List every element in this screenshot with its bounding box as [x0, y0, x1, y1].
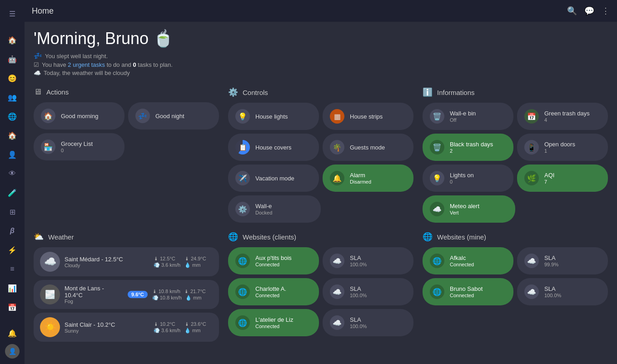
task-icon: ☑: [34, 61, 39, 68]
globe-mine-icon: 🌐: [423, 232, 433, 242]
sla-clients-1-title: SLA: [350, 254, 406, 261]
house-covers-card[interactable]: 📋 House covers: [228, 134, 319, 161]
black-trash-card[interactable]: 🗑️ Black trash days 2: [423, 134, 513, 161]
house-strips-text: House strips: [350, 113, 406, 120]
sleep-icon: 💤: [34, 52, 42, 60]
weather-icon-1: 🌫️: [40, 284, 60, 304]
weather-badge-1: 9.6°C: [128, 291, 148, 298]
weather-item-1[interactable]: 🌫️ Mont de Lans - 10.4°C Fog 9.6°C 🌡10.8…: [34, 280, 219, 309]
sidebar-globe[interactable]: 🌐: [4, 108, 20, 125]
globe-clients-icon: 🌐: [228, 232, 238, 242]
sla-mine-1-card[interactable]: ☁️ SLA 99.9%: [517, 247, 608, 274]
alarm-card[interactable]: 🔔 Alarm Disarmed: [323, 165, 413, 192]
urgent-tasks-link[interactable]: 2 urgent tasks: [68, 61, 105, 68]
weather-item-0[interactable]: ☁️ Saint Médard - 12.5°C Cloudy 🌡12.5°C …: [34, 247, 219, 276]
meteo-text: Meteo alert Vert: [450, 203, 508, 215]
sidebar-home[interactable]: 🏠: [4, 32, 20, 48]
atelier-liz-text: L'atelier de Liz Connected: [255, 316, 312, 329]
websites-mine-label: Websites (mine): [437, 233, 486, 241]
weather-item-2[interactable]: ☀️ Saint Clair - 10.2°C Sunny 🌡10.2°C 🌡2…: [34, 313, 219, 342]
sidebar-person[interactable]: 👤: [4, 146, 20, 163]
sla-mine-2-card[interactable]: ☁️ SLA 100.0%: [517, 278, 608, 305]
grocery-list-card[interactable]: 🏪 Grocery List 0: [34, 133, 124, 160]
sidebar-calendar[interactable]: 📅: [4, 299, 20, 315]
green-trash-card[interactable]: 📅 Green trash days 4: [517, 103, 608, 130]
grocery-title: Grocery List: [61, 140, 117, 147]
controls-section: ⚙️ Controls 💡 House lights ▦ House strip…: [228, 87, 413, 223]
vacation-title: Vacation mode: [255, 175, 312, 182]
top-grid: 🖥 Actions 🏠 Good morning 💤 Good night: [34, 87, 608, 223]
greeting-tasks: ☑ You have 2 urgent tasks to do and 0 ta…: [34, 61, 608, 68]
weather-stats-0: 🌡12.5°C 🌡24.9°C 💨3.6 km/h 💧mm: [154, 256, 213, 268]
aux-ptits-icon: 🌐: [235, 254, 250, 268]
house-strips-icon: ▦: [330, 109, 344, 124]
aux-ptits-title: Aux p'tits bois: [255, 254, 312, 261]
sidebar-chart[interactable]: 📊: [4, 280, 20, 296]
sidebar-power[interactable]: ⚡: [4, 242, 20, 258]
wall-e-card[interactable]: ⚙️ Wall-e Docked: [228, 195, 321, 223]
sidebar-house[interactable]: 🏠: [4, 127, 20, 144]
info-icon: ℹ️: [423, 87, 433, 97]
guests-mode-card[interactable]: 🌴 Guests mode: [323, 134, 413, 161]
weather-text: Today, the weather will be cloudy: [44, 70, 130, 76]
lights-on-title: Lights on: [450, 172, 506, 179]
open-doors-card[interactable]: 📱 Open doors 1: [517, 134, 608, 161]
sidebar-eye[interactable]: 👁: [4, 165, 20, 182]
actions-label: Actions: [46, 88, 69, 96]
sla-clients-3-card[interactable]: ☁️ SLA 100.0%: [323, 309, 413, 336]
controls-icon: ⚙️: [228, 87, 238, 97]
weather-desc-2: Sunny: [65, 328, 149, 334]
aqi-card[interactable]: 🌿 AQI 7: [517, 165, 608, 192]
alarm-sub: Disarmed: [350, 179, 406, 184]
bruno-sabot-card[interactable]: 🌐 Bruno Sabot Connected: [423, 278, 513, 305]
sla-clients-3-sub: 100.0%: [350, 324, 406, 329]
atelier-liz-card[interactable]: 🌐 L'atelier de Liz Connected: [228, 309, 319, 336]
weather-icon-2: ☀️: [40, 317, 60, 337]
sla-clients-3-icon: ☁️: [330, 315, 344, 330]
meteo-alert-card[interactable]: ☁️ Meteo alert Vert: [423, 195, 515, 223]
websites-clients-header: 🌐 Websites (clients): [228, 232, 413, 242]
sidebar-beta[interactable]: β: [4, 223, 20, 239]
sidebar-users[interactable]: 👥: [4, 89, 20, 105]
sla-clients-2-card[interactable]: ☁️ SLA 100.0%: [323, 278, 413, 305]
house-lights-icon: 💡: [235, 109, 250, 124]
good-morning-card[interactable]: 🏠 Good morning: [34, 102, 124, 130]
sidebar-robot[interactable]: 🤖: [4, 51, 20, 67]
house-strips-card[interactable]: ▦ House strips: [323, 103, 413, 130]
sidebar-face[interactable]: 😊: [4, 70, 20, 86]
sla-clients-2-title: SLA: [350, 285, 406, 292]
wall-e-bin-card[interactable]: 🗑️ Wall-e bin Off: [423, 103, 513, 130]
lights-on-card[interactable]: 💡 Lights on 0: [423, 165, 513, 192]
more-icon[interactable]: ⋮: [602, 6, 610, 16]
sidebar-bell[interactable]: 🔔: [4, 325, 20, 341]
vacation-mode-card[interactable]: ✈️ Vacation mode: [228, 165, 319, 192]
charlotte-a-card[interactable]: 🌐 Charlotte A. Connected: [228, 278, 319, 305]
weather-main-0: Saint Médard - 12.5°C Cloudy: [65, 256, 149, 268]
lights-on-icon: 💡: [430, 171, 444, 185]
charlotte-a-icon: 🌐: [235, 284, 250, 299]
search-icon[interactable]: 🔍: [567, 6, 577, 16]
aux-ptits-bois-card[interactable]: 🌐 Aux p'tits bois Connected: [228, 247, 319, 274]
sidebar-test[interactable]: 🧪: [4, 184, 20, 201]
black-trash-icon: 🗑️: [430, 140, 444, 155]
good-night-card[interactable]: 💤 Good night: [128, 102, 219, 130]
weather-list: ☁️ Saint Médard - 12.5°C Cloudy 🌡12.5°C …: [34, 247, 219, 342]
weather-name-1: Mont de Lans - 10.4°C: [65, 285, 123, 299]
sla-mine-1-sub: 99.9%: [544, 262, 601, 267]
greeting-title: 'Morning, Bruno 🍵: [34, 29, 608, 48]
house-lights-card[interactable]: 💡 House lights: [228, 103, 319, 130]
sla-clients-1-card[interactable]: ☁️ SLA 100.0%: [323, 247, 413, 274]
sidebar-grid[interactable]: ⊞: [4, 204, 20, 220]
green-trash-icon: 📅: [524, 109, 539, 124]
actions-icon: 🖥: [34, 87, 42, 97]
sidebar-list[interactable]: ≡: [4, 261, 20, 277]
lights-on-sub: 0: [450, 179, 506, 184]
user-avatar[interactable]: 👤: [5, 344, 20, 359]
message-icon[interactable]: 💬: [584, 6, 594, 16]
sidebar-menu[interactable]: ☰: [4, 5, 20, 22]
afkalc-card[interactable]: 🌐 Afkalc Connected: [423, 247, 513, 274]
afkalc-sub: Connected: [450, 262, 506, 267]
bruno-sabot-title: Bruno Sabot: [450, 285, 506, 292]
bruno-sabot-text: Bruno Sabot Connected: [450, 285, 506, 298]
wall-e-bin-icon: 🗑️: [430, 109, 444, 124]
